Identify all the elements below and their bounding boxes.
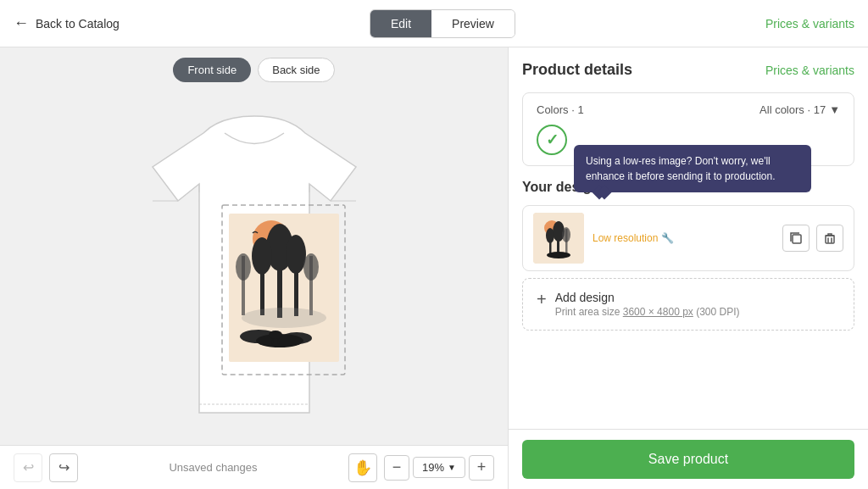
svg-line-20 (278, 339, 279, 345)
zoom-controls: − 19% ▼ + (384, 455, 494, 481)
back-side-tab[interactable]: Back side (258, 58, 334, 82)
add-design-card[interactable]: + Add design Print area size 3600 × 4800… (522, 278, 854, 331)
svg-rect-31 (826, 236, 834, 243)
add-design-subtitle: Print area size 3600 × 4800 px (300 DPI) (555, 306, 740, 318)
zoom-display[interactable]: 19% ▼ (413, 457, 465, 478)
svg-point-13 (303, 253, 319, 281)
design-card: Using a low-res image? Don't worry, we'l… (522, 205, 854, 271)
toolbar-left: ↩ ↪ (14, 453, 78, 482)
colors-header: Colors · 1 All colors · 17 ▼ (537, 103, 840, 116)
bottom-toolbar: ↩ ↪ Unsaved changes ✋ − 19% ▼ + (0, 445, 508, 489)
redo-button[interactable]: ↪ (49, 453, 78, 482)
back-to-catalog-button[interactable]: ← Back to Catalog (14, 14, 120, 32)
save-section: Save product (509, 429, 868, 489)
unsaved-label: Unsaved changes (169, 461, 257, 474)
edit-preview-toggle: Edit Preview (370, 9, 515, 38)
svg-line-19 (272, 339, 273, 345)
tooltip-text: Using a low-res image? Don't worry, we'l… (586, 155, 776, 182)
add-design-title: Add design (555, 291, 740, 304)
tshirt-wrapper (93, 108, 415, 430)
all-colors-dropdown[interactable]: All colors · 17 ▼ (760, 103, 840, 116)
canvas-area: Front side Back side (0, 47, 509, 489)
add-design-info: Add design Print area size 3600 × 4800 p… (555, 291, 740, 318)
undo-button[interactable]: ↩ (14, 453, 42, 482)
design-info: Low resolution 🔧 (593, 232, 774, 244)
zoom-value: 19% (422, 461, 444, 474)
design-thumb-svg (533, 213, 584, 264)
prices-variants-link-right[interactable]: Prices & variants (765, 64, 854, 77)
prices-variants-link[interactable]: Prices & variants (765, 17, 854, 31)
print-area-size: 3600 × 4800 px (623, 306, 693, 318)
delete-design-button[interactable] (816, 225, 843, 252)
back-label: Back to Catalog (36, 17, 120, 31)
preview-tab[interactable]: Preview (431, 10, 515, 37)
svg-point-14 (242, 308, 326, 328)
svg-point-9 (286, 235, 306, 274)
color-swatch-white[interactable]: ✓ (537, 125, 567, 155)
tshirt-canvas (0, 92, 508, 445)
save-product-button[interactable]: Save product (522, 440, 854, 479)
wrench-icon: 🔧 (661, 232, 674, 244)
svg-point-28 (562, 227, 570, 242)
right-panel: Product details Prices & variants Colors… (509, 47, 868, 429)
back-arrow-icon: ← (14, 14, 29, 32)
design-thumbnail (533, 213, 584, 264)
colors-count-label: Colors · 1 (537, 103, 584, 116)
all-colors-chevron-icon: ▼ (829, 103, 840, 116)
zoom-out-button[interactable]: − (384, 455, 409, 481)
svg-point-18 (269, 331, 282, 339)
your-design-section: Your design Using a low-res image? Don't… (522, 180, 854, 331)
svg-point-11 (236, 253, 251, 281)
header: ← Back to Catalog Edit Preview Prices & … (0, 0, 868, 47)
front-side-tab[interactable]: Front side (173, 58, 251, 82)
tshirt-svg (93, 108, 415, 447)
add-plus-icon: + (537, 291, 547, 308)
main-content: Front side Back side (0, 47, 868, 489)
check-icon: ✓ (546, 131, 559, 149)
all-colors-label: All colors · 17 (760, 103, 826, 116)
panel-header: Product details Prices & variants (522, 61, 854, 79)
toolbar-right: ✋ − 19% ▼ + (348, 453, 494, 482)
low-res-label[interactable]: Low resolution 🔧 (593, 232, 774, 244)
copy-icon (789, 231, 803, 245)
copy-design-button[interactable] (782, 225, 810, 252)
design-actions (782, 225, 843, 252)
right-wrapper: Product details Prices & variants Colors… (509, 47, 868, 489)
zoom-in-button[interactable]: + (469, 455, 494, 481)
svg-point-7 (252, 237, 272, 275)
svg-point-29 (547, 252, 570, 258)
low-res-text: Low resolution (593, 232, 658, 244)
edit-tab[interactable]: Edit (370, 10, 431, 37)
zoom-dropdown-icon: ▼ (448, 463, 456, 472)
panel-title: Product details (522, 61, 632, 79)
delete-icon (823, 231, 837, 245)
svg-point-26 (546, 228, 554, 243)
low-res-tooltip: Using a low-res image? Don't worry, we'l… (574, 145, 811, 192)
side-tabs: Front side Back side (0, 47, 508, 92)
svg-rect-30 (793, 235, 801, 243)
hand-tool-button[interactable]: ✋ (348, 453, 377, 482)
